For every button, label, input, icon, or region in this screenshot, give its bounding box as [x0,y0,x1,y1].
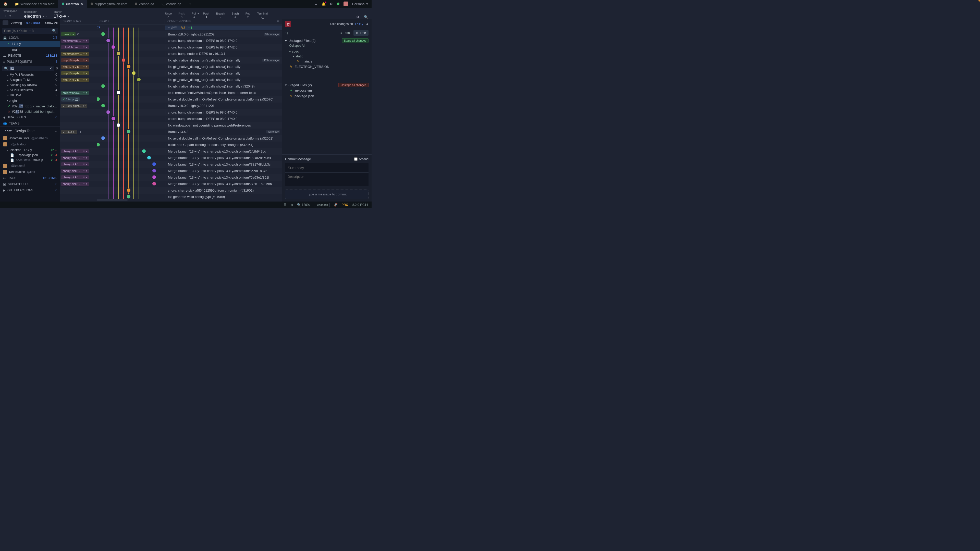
workspace-tab[interactable]: 📁 Workspace / Malo Mart [11,0,58,8]
commit-row[interactable]: cherry-pick/13-x…⑂●Merge branch '13-x-y'… [60,155,282,161]
new-tab[interactable]: ＋ [185,0,196,8]
pr-group[interactable]: ⌄ All Pull Requests4 [0,87,60,93]
horizontal-scrollbar[interactable] [97,199,127,201]
local-section[interactable]: 💻LOCAL2/2 [0,35,60,41]
file-item[interactable]: ✎package.json [285,94,369,99]
discard-button[interactable]: 🗑 [285,21,291,27]
commit-row[interactable]: chore: cherry-pick a5f54612590d from chr… [60,187,282,194]
commit-row[interactable]: v13.6.3🏷+1Bump v13.6.3yesterday [60,129,282,135]
member-file[interactable]: ⑂electron 17-x-y+2 -2 [0,148,60,152]
description-input[interactable] [285,172,369,186]
tags-section[interactable]: 🏷TAGS1610/1610 [0,175,60,181]
branch-item[interactable]: main [0,47,60,52]
account-menu[interactable]: Personal ▾ [352,2,368,6]
zoom-icon[interactable]: 🔍 120% [297,203,310,206]
commit-row[interactable]: chore: bump chromium in DEPS to 98.0.474… [60,116,282,122]
feedback-button[interactable]: Feedback [313,203,329,207]
filter-icon[interactable]: ▽ [56,67,58,70]
amend-checkbox[interactable]: Amend [354,157,369,161]
commit-button[interactable]: Type a message to commit [285,189,369,199]
avatar[interactable] [344,2,348,6]
pr-group[interactable]: ⌄ On Hold2 [0,93,60,98]
commit-row[interactable]: trop/14-x-y-bp-fi…⑂●fix: gtk_native_dial… [60,76,282,83]
sort-icon[interactable]: ↑↓ [285,31,288,35]
stash-button[interactable]: Stash⇩ [232,12,239,19]
commit-row[interactable]: trop/16-x-y-bp-fi…⑂●fix: gtk_native_dial… [60,57,282,64]
summary-input[interactable] [285,163,369,172]
member-file[interactable]: 📄. /package.json+1 -1 [0,152,60,158]
file-item[interactable]: ✎main.js [285,59,369,64]
commit-row[interactable]: cherry-pick/13-x…⑂●Merge branch '13-x-y'… [60,148,282,155]
gear-icon[interactable]: ⚙ [330,2,333,6]
rocket-icon[interactable]: 🚀 [334,203,338,206]
team-member[interactable]: @jsilvafour [0,141,60,148]
file-item[interactable]: ＋mkdocs.yml [285,87,369,94]
terminal-tab[interactable]: ›_vscode-qa [158,0,185,8]
clear-icon[interactable]: ✕ [49,67,52,70]
commit-row[interactable]: trop/15-x-y-bp-fi…⑂●fix: gtk_native_dial… [60,70,282,77]
back-icon[interactable]: ← [3,21,8,25]
bell-icon[interactable]: 🔔 [321,2,326,6]
gha-section[interactable]: ▶GITHUB ACTIONS0 [0,187,60,193]
team-select[interactable]: Team: Design Team ⌄ [0,127,60,135]
jira-section[interactable]: ◈JIRA ISSUES0 [0,114,60,121]
box-icon[interactable]: ⊞ [290,203,293,206]
pr-item[interactable]: ✕#28288 build: add boringssl hea… [0,109,60,114]
pr-section[interactable]: ⑃PULL REQUESTS4 [0,59,60,65]
chevron-down-icon[interactable]: ⌄ [315,2,318,6]
branch-button[interactable]: Branch⑂ [216,12,225,19]
settings-icon[interactable]: ⚙̵ [356,15,360,19]
commit-row[interactable]: fix: gtk_native_dialog_run() calls show(… [60,83,282,90]
repo-tab[interactable]: vscode-qa [131,0,158,8]
pr-group[interactable]: ⌄ Awaiting My Review0 [0,83,60,87]
push-button[interactable]: Push⬆ [203,12,210,19]
collapse-all-button[interactable]: Collapse All [285,43,369,49]
commit-row[interactable]: v18.0.0-nightly.202…🏷Bump v18.0.0-nightl… [60,103,282,109]
home-icon[interactable]: 🏠 [0,2,11,6]
commit-row[interactable]: child-window-pr…⑂●test: remove "nativeWi… [60,89,282,96]
path-view-button[interactable]: ≡ Path [338,30,352,36]
commit-row[interactable]: roller/chromiu…⑂●chore: bump chromium in… [60,44,282,51]
commit-row[interactable]: fix: avoid double call in OnRefreshCompl… [60,135,282,142]
tree-view-button[interactable]: ⊞ Tree [353,30,369,36]
origin-row[interactable]: ▾ origin [0,98,60,103]
pull-button[interactable]: Pull⬇▾ [192,12,196,19]
submodules-section[interactable]: ▣SUBMODULES0 [0,181,60,187]
commit-row[interactable]: fix: generate valid config.gypi (#31989) [60,194,282,199]
repo-tab-electron[interactable]: electron ✕ [58,0,87,8]
commit-row[interactable]: chore: bump chromium in DEPS to 98.0.474… [60,109,282,116]
redo-button[interactable]: Redo↷ [178,12,185,19]
pr-group[interactable]: ⌄ Assigned To Me0 [0,77,60,83]
member-file[interactable]: 📄spec/static /main.js+1 -1 [0,158,60,163]
wip-row[interactable]: // WIP ✎ 3 ＋ 1 [60,24,282,31]
gear-icon[interactable]: ⚙ [277,20,279,23]
staged-header[interactable]: ▾ Staged Files (2)Unstage all changes [285,83,369,87]
file-item[interactable]: ✎ELECTRON_VERSION [285,64,369,69]
remote-section[interactable]: ☁REMOTE188/188 [0,52,60,59]
folder-node[interactable]: ▾ static [285,54,369,59]
pop-button[interactable]: Pop⇧ [245,12,251,19]
pr-filter-input[interactable]: 🔍82✕ [2,66,54,71]
unstaged-header[interactable]: ▾ Unstaged Files (2)Stage all changes [285,38,369,43]
repo-tab[interactable]: support.gitkraken.com [87,0,131,8]
search-icon[interactable]: 🔍 [364,15,368,19]
repo-menu[interactable]: electron▾› [24,14,47,19]
commit-row[interactable]: ✓ 17-x-y💻fix: avoid double call in OnRef… [60,96,282,103]
branch-item[interactable]: ✓17-x-y [0,41,60,47]
commit-row[interactable]: trop/17-x-y-bp-fi…⑂●fix: gtk_native_dial… [60,64,282,70]
undo-button[interactable]: Undo↶ [165,12,172,19]
teams-section[interactable]: 👥TEAMS [0,121,60,127]
commit-row[interactable]: cherry-pick/13-x…⑂●Merge branch '13-x-y'… [60,174,282,181]
unstage-all-button[interactable]: Unstage all changes [339,83,369,87]
pr-item[interactable]: ✓#32082 fix: gtk_native_dialog_ru… [0,103,60,109]
close-icon[interactable]: ✕ [80,2,83,6]
team-member[interactable]: Keif Kraken @keif1 [0,169,60,175]
filter-input[interactable]: 🔍 [2,28,58,34]
download-icon[interactable]: ⬇ [366,22,369,26]
commit-row[interactable]: roller/node/main⑂●chore: bump node in DE… [60,51,282,57]
team-member[interactable]: Jonathan Silva @jonathans [0,135,60,141]
pr-group[interactable]: ⌄ My Pull Requests0 [0,72,60,77]
team-member[interactable]: @kraken8 [0,163,60,169]
commit-row[interactable]: fix: window.open not overriding parent's… [60,122,282,129]
folder-node[interactable]: ▾ spec [285,49,369,54]
